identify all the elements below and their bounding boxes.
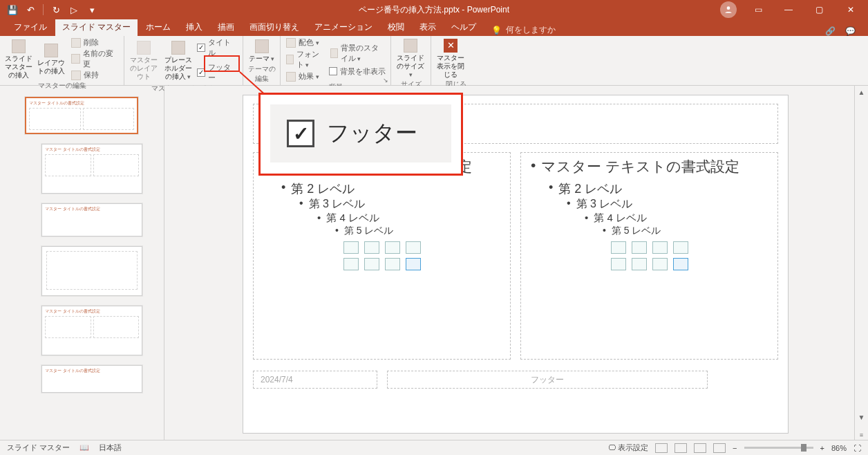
save-icon[interactable]: 💾 — [7, 4, 18, 15]
fit-to-window-icon[interactable]: ⛶ — [853, 444, 861, 452]
date-footer-placeholder[interactable]: 2024/7/4 — [253, 371, 377, 389]
center-footer-placeholder[interactable]: フッター — [387, 371, 708, 389]
list-l4: 第 5 レベル — [344, 225, 394, 237]
thumbnail-pane[interactable]: マスター タイトルの書式設定 マスター タイトルの書式設定 マスター タイトルの… — [0, 86, 164, 440]
normal-view-icon[interactable] — [655, 443, 668, 453]
slideshow-view-icon[interactable] — [713, 443, 726, 453]
slide-size-label: スライドのサイズ — [395, 54, 426, 79]
rename-icon — [71, 54, 80, 64]
thumbnail-layout[interactable]: マスター タイトルの書式設定 — [41, 365, 142, 393]
insert-picture-icon[interactable] — [611, 258, 626, 270]
insert-slide-master-button[interactable]: スライド マスターの挿入 — [4, 38, 32, 80]
preserve-icon — [71, 71, 81, 80]
effects-button[interactable]: 効果 — [285, 71, 325, 82]
display-settings-button[interactable]: 🖵 表示設定 — [608, 443, 648, 453]
title-checkbox[interactable]: タイトル — [197, 37, 238, 58]
group-size: スライドのサイズ サイズ — [391, 36, 431, 85]
preserve-button[interactable]: 保持 — [70, 70, 120, 80]
insert-placeholder-button[interactable]: プレースホルダーの挿入 — [163, 39, 194, 81]
tab-file[interactable]: ファイル — [7, 19, 54, 36]
insert-smartart-icon[interactable] — [652, 241, 668, 254]
zoom-slider[interactable] — [744, 447, 813, 449]
background-styles-button[interactable]: 背景のスタイル — [329, 43, 386, 64]
themes-label: テーマ — [249, 55, 275, 63]
tab-insert[interactable]: 挿入 — [179, 19, 209, 36]
insert-online-picture-icon[interactable] — [632, 258, 647, 270]
scroll-down-icon[interactable]: ▼ — [855, 411, 868, 423]
thumbnail-layout[interactable]: マスター タイトルの書式設定 — [41, 144, 142, 194]
thumbnail-layout[interactable]: マスター タイトルの書式設定 — [41, 203, 142, 236]
vertical-scrollbar[interactable]: ▲ ▼ ≡ — [854, 86, 868, 440]
insert-3d-icon[interactable] — [673, 241, 688, 254]
maximize-button[interactable]: ▢ — [804, 0, 833, 19]
insert-table-icon[interactable] — [611, 241, 626, 254]
footer-checkbox[interactable]: フッター — [197, 62, 238, 83]
insert-table-icon[interactable] — [343, 241, 359, 254]
tab-animations[interactable]: アニメーション — [308, 19, 379, 36]
status-mode: スライド マスター — [7, 443, 70, 453]
hide-background-checkbox[interactable]: 背景を非表示 — [329, 66, 386, 77]
redo-icon[interactable]: ↻ — [50, 4, 62, 15]
tab-draw[interactable]: 描画 — [211, 19, 241, 36]
content-placeholder-right[interactable]: マスター テキストの書式設定 第 2 レベル 第 3 レベル 第 4 レベル 第… — [520, 152, 778, 360]
tab-review[interactable]: 校閲 — [381, 19, 411, 36]
themes-button[interactable]: テーマ — [247, 38, 276, 63]
close-button[interactable]: ✕ — [835, 0, 867, 19]
zoom-percent[interactable]: 86% — [831, 444, 847, 452]
account-icon[interactable] — [720, 1, 737, 18]
qat-customize-icon[interactable]: ▾ — [86, 4, 97, 15]
insert-chart-icon[interactable] — [632, 241, 647, 254]
insert-online-picture-icon[interactable] — [364, 258, 379, 270]
insert-icon-icon[interactable] — [673, 258, 688, 270]
insert-smartart-icon[interactable] — [385, 241, 400, 254]
colors-button[interactable]: 配色 — [285, 37, 325, 48]
zoom-out-button[interactable]: − — [733, 444, 737, 452]
share-icon[interactable]: 🔗 — [825, 26, 836, 36]
content-placeholder-left[interactable]: マスター テキストの書式設定 第 2 レベル 第 3 レベル 第 4 レベル 第… — [253, 152, 511, 360]
master-layout-button: マスターのレイアウト — [129, 39, 159, 81]
delete-button[interactable]: 削除 — [70, 37, 120, 48]
spell-check-icon[interactable]: 📖 — [79, 443, 89, 452]
fonts-button[interactable]: フォント — [285, 49, 325, 70]
reading-view-icon[interactable] — [694, 443, 706, 453]
insert-layout-button[interactable]: レイアウトの挿入 — [37, 42, 65, 75]
ribbon-display-options-icon[interactable]: ▭ — [744, 0, 773, 19]
insert-placeholder-label: プレースホルダーの挿入 — [163, 56, 194, 81]
insert-chart-icon[interactable] — [364, 241, 379, 254]
scroll-up-icon[interactable]: ▲ — [855, 86, 868, 98]
insert-video-icon[interactable] — [652, 258, 668, 270]
tell-me-search[interactable]: 💡 何をしますか — [491, 24, 556, 36]
thumbnail-master[interactable]: マスター タイトルの書式設定 — [25, 97, 138, 134]
tab-slide-master[interactable]: スライド マスター — [55, 19, 138, 36]
insert-picture-icon[interactable] — [343, 258, 359, 270]
lightbulb-icon: 💡 — [491, 26, 502, 35]
window-buttons: ▭ — ▢ ✕ — [720, 0, 868, 19]
thumbnail-layout[interactable]: マスター タイトルの書式設定 — [41, 306, 142, 355]
master-layout-label: マスターのレイアウト — [129, 56, 159, 81]
rename-button[interactable]: 名前の変更 — [70, 48, 120, 69]
ribbon: スライド マスターの挿入 レイアウトの挿入 削除 名前の変更 保持 マスターの編… — [0, 36, 868, 86]
callout-text: フッター — [327, 118, 417, 149]
tab-help[interactable]: ヘルプ — [444, 19, 483, 36]
background-dialog-launcher-icon[interactable]: ↘ — [383, 77, 388, 84]
tab-view[interactable]: 表示 — [413, 19, 443, 36]
sorter-view-icon[interactable] — [674, 443, 687, 453]
undo-icon[interactable]: ↶ — [25, 4, 36, 15]
checkbox-checked-icon — [197, 68, 205, 77]
tab-transitions[interactable]: 画面切り替え — [243, 19, 306, 36]
tab-home[interactable]: ホーム — [139, 19, 178, 36]
insert-icon-icon[interactable] — [406, 258, 421, 270]
slide-size-button[interactable]: スライドのサイズ — [395, 37, 426, 79]
fit-split-icon[interactable]: ≡ — [855, 431, 868, 438]
list-l3: 第 4 レベル — [326, 212, 379, 225]
insert-3d-icon[interactable] — [406, 241, 421, 254]
close-master-view-button[interactable]: ✕マスター表示を閉じる — [435, 37, 466, 79]
zoom-in-button[interactable]: + — [820, 444, 824, 452]
minimize-button[interactable]: — — [774, 0, 803, 19]
comments-icon[interactable]: 💬 — [845, 26, 856, 36]
insert-video-icon[interactable] — [385, 258, 400, 270]
thumbnail-layout[interactable] — [41, 246, 142, 296]
status-language[interactable]: 日本語 — [99, 443, 122, 453]
list-l3: 第 4 レベル — [594, 212, 647, 225]
start-slideshow-icon[interactable]: ▷ — [68, 4, 79, 15]
